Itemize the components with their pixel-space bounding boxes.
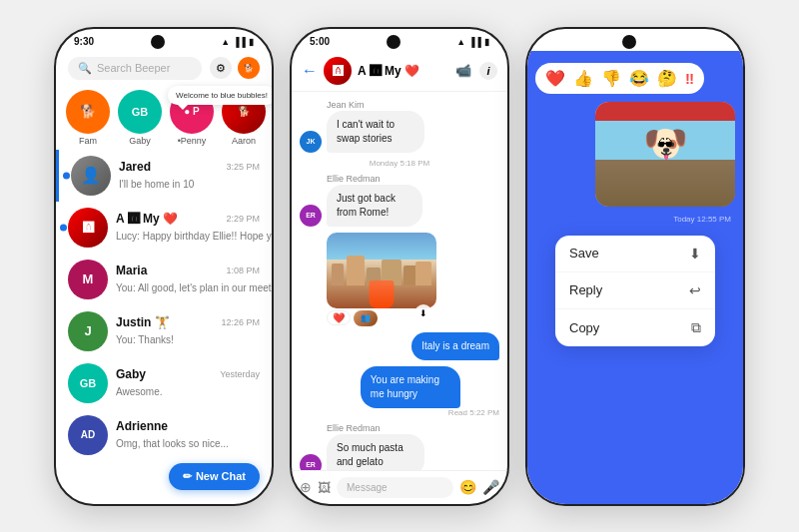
chat-preview-amy: Lucy: Happy birthday Ellie!! Hope you've… <box>116 231 272 242</box>
reaction-exclaim[interactable]: ‼ <box>685 70 694 87</box>
reaction-laugh[interactable]: 😂 <box>629 69 649 88</box>
settings-button[interactable]: ⚙ <box>210 57 232 79</box>
sticker-icon[interactable]: 🖼 <box>318 480 331 495</box>
phone3-content: ❤️ 👍 👎 😂 🤔 ‼ 🐶 🕶 Today 12:55 PM Save ⬇ <box>527 51 743 504</box>
notch-2 <box>387 35 400 49</box>
info-icon[interactable]: i <box>479 62 497 80</box>
battery-icon-2: ▮ <box>484 37 489 47</box>
battery-icon-3: ▮ <box>720 37 725 47</box>
chat-amy[interactable]: 🅰 A 🅰 My ❤️ 2:29 PM Lucy: Happy birthday… <box>56 202 272 254</box>
mic-icon[interactable]: 🎤 <box>482 479 499 495</box>
back-button[interactable]: ← <box>302 62 318 80</box>
message-input[interactable]: Message <box>337 477 453 498</box>
search-bar: 🔍 Search Beeper ⚙ 🐕 <box>56 51 272 86</box>
context-copy[interactable]: Copy ⧉ <box>555 309 715 346</box>
photo-timestamp: Today 12:55 PM <box>673 215 731 224</box>
msg-row-sent2: You are making me hungry Read 5:22 PM <box>300 366 499 417</box>
photo-reaction-avatar: 👥 <box>354 310 378 326</box>
chat-info-maria: Maria 1:08 PM You: All good, let's plan … <box>116 264 260 295</box>
drink-glass <box>370 280 395 308</box>
save-label: Save <box>569 246 599 261</box>
msg-row-jean: JK Jean Kim I can't wait to swap stories <box>300 100 499 153</box>
status-icons-1: ▲ ▐▐ ▮ <box>221 37 254 47</box>
chat-jared[interactable]: 👤 Jared 3:25 PM I'll be home in 10 <box>56 150 272 202</box>
search-field[interactable]: 🔍 Search Beeper <box>68 57 202 80</box>
reaction-thumbsup[interactable]: 👍 <box>573 69 593 88</box>
story-fam[interactable]: 🐕 Fam <box>66 90 110 146</box>
avatar-amy: 🅰 <box>68 208 108 248</box>
download-button[interactable]: ⬇ <box>414 304 432 322</box>
status-icons-2: ▲ ▐▐ ▮ <box>456 37 489 47</box>
sunglasses-emoji: 🕶 <box>658 136 672 152</box>
phone-2: 5:00 ▲ ▐▐ ▮ ← 🅰 A 🅰 My ❤️ 📹 i JK Jean Ki… <box>290 27 509 506</box>
msg-row-ellie2: ER Ellie Redman So much pasta and gelato <box>300 423 499 470</box>
video-call-icon[interactable]: 📹 <box>455 63 471 78</box>
chat-name-gaby: Gaby <box>116 367 146 381</box>
read-status: Read 5:22 PM <box>361 408 499 417</box>
phone-3: 9:30 ▲ ▐▐ ▮ ❤️ 👍 👎 😂 🤔 ‼ 🐶 🕶 <box>525 27 745 506</box>
emoji-reaction-bar: ❤️ 👍 👎 😂 🤔 ‼ <box>535 63 704 94</box>
sent2-group: You are making me hungry Read 5:22 PM <box>361 366 499 417</box>
chat-maria[interactable]: M Maria 1:08 PM You: All good, let's pla… <box>56 254 272 305</box>
sender-ellie2: Ellie Redman <box>327 423 462 433</box>
chat-info-adrienne: Adrienne Omg, that looks so nice... <box>116 419 260 451</box>
avatar-jean: JK <box>300 131 322 153</box>
context-save[interactable]: Save ⬇ <box>555 236 715 272</box>
reply-label: Reply <box>569 282 602 297</box>
story-avatar-gaby: GB <box>118 90 162 134</box>
building6 <box>415 262 431 285</box>
avatar-ellie: ER <box>300 205 322 227</box>
user-avatar[interactable]: 🐕 <box>238 57 260 79</box>
copy-label: Copy <box>569 320 599 335</box>
photo-container: ⬇ ❤️ 👥 <box>327 233 436 326</box>
sender-jean: Jean Kim <box>327 100 462 110</box>
story-gaby[interactable]: GB Gaby <box>118 90 162 146</box>
chat-adrienne[interactable]: AD Adrienne Omg, that looks so nice... <box>56 409 272 461</box>
time-1: 9:30 <box>74 36 94 47</box>
chat-info-justin: Justin 🏋 12:26 PM You: Thanks! <box>116 315 260 347</box>
new-chat-button[interactable]: ✏ New Chat <box>169 463 260 490</box>
status-bar-3: 9:30 ▲ ▐▐ ▮ <box>527 29 743 51</box>
unread-dot-amy <box>60 224 67 231</box>
chat-gaby[interactable]: GB Gaby Yesterday Awesome. <box>56 357 272 409</box>
building2 <box>347 256 365 285</box>
msg-group-ellie2: Ellie Redman So much pasta and gelato <box>327 423 462 470</box>
msg-group-ellie1: Ellie Redman Just got back from Rome! <box>327 174 460 227</box>
reaction-thumbsdown[interactable]: 👎 <box>601 69 621 88</box>
emoji-icon[interactable]: 😊 <box>459 479 476 495</box>
context-reply[interactable]: Reply ↩ <box>555 272 715 309</box>
chat-list: 👤 Jared 3:25 PM I'll be home in 10 🅰 A 🅰… <box>56 150 272 504</box>
bubble-ellie2: So much pasta and gelato <box>327 434 424 470</box>
msg-row-ellie1: ER Ellie Redman Just got back from Rome! <box>300 174 499 227</box>
wifi-icon-3: ▲ <box>692 37 701 47</box>
reply-icon: ↩ <box>689 282 701 298</box>
avatar-ellie2: ER <box>300 454 322 470</box>
welcome-popup: Welcome to blue bubbles! <box>168 86 274 105</box>
signal-icon: ▐▐ <box>233 37 246 47</box>
chat-justin[interactable]: J Justin 🏋 12:26 PM You: Thanks! <box>56 305 272 357</box>
chat-actions: 📹 i <box>455 62 497 80</box>
date-separator: Monday 5:18 PM <box>300 159 499 168</box>
battery-icon: ▮ <box>249 37 254 47</box>
avatar-gaby: GB <box>68 363 108 403</box>
chat-preview-maria: You: All good, let's plan in our meeting… <box>116 282 272 293</box>
chat-info-gaby: Gaby Yesterday Awesome. <box>116 367 260 399</box>
bubble-ellie1: Just got back from Rome! <box>327 185 422 227</box>
wifi-icon-2: ▲ <box>456 37 465 47</box>
story-label-aaron: Aaron <box>232 136 256 146</box>
chat-title-area: A 🅰 My ❤️ <box>358 64 449 78</box>
status-bar-2: 5:00 ▲ ▐▐ ▮ <box>292 29 507 51</box>
save-icon: ⬇ <box>689 246 701 262</box>
reaction-heart[interactable]: ❤️ <box>545 69 565 88</box>
chat-preview-adrienne: Omg, that looks so nice... <box>116 438 229 449</box>
search-placeholder: Search Beeper <box>97 62 170 74</box>
heart-reaction[interactable]: ❤️ <box>327 310 351 325</box>
reaction-think[interactable]: 🤔 <box>657 69 677 88</box>
status-bar-1: 9:30 ▲ ▐▐ ▮ <box>56 29 272 51</box>
chat-name-justin: Justin 🏋 <box>116 315 170 329</box>
stories-row: Welcome to blue bubbles! 🐕 Fam GB Gaby ●… <box>56 86 272 150</box>
chat-name-maria: Maria <box>116 264 147 277</box>
bubble-sent2: You are making me hungry <box>361 366 460 408</box>
add-icon[interactable]: ⊕ <box>300 479 312 495</box>
chat-title: A 🅰 My ❤️ <box>358 64 419 78</box>
